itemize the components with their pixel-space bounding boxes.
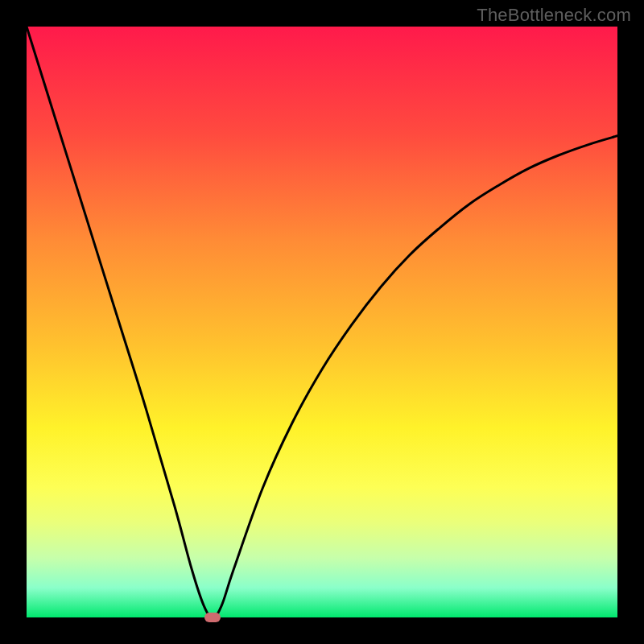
bottleneck-curve [27, 27, 617, 617]
plot-area [27, 27, 617, 617]
chart-frame: TheBottleneck.com [0, 0, 644, 644]
minimum-marker [204, 613, 221, 622]
watermark-text: TheBottleneck.com [477, 5, 631, 26]
